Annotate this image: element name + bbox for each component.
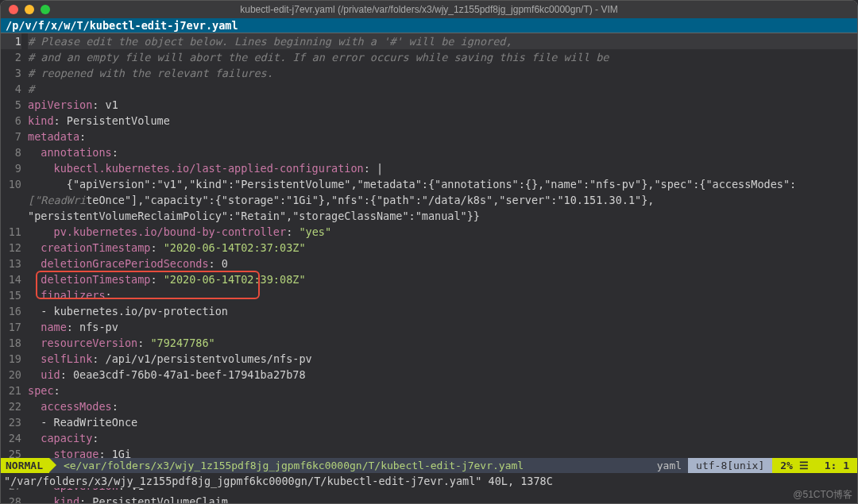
- status-encoding: utf-8[unix]: [688, 458, 772, 473]
- code-line[interactable]: resourceVersion: "79247786": [28, 335, 857, 351]
- code-line[interactable]: # Please edit the object below. Lines be…: [28, 33, 857, 49]
- code-line[interactable]: finalizers:: [28, 287, 857, 303]
- line-number: 24: [1, 430, 21, 446]
- line-number: 21: [1, 383, 21, 398]
- line-number: 9: [1, 160, 21, 176]
- line-number: 10: [1, 176, 21, 192]
- close-icon[interactable]: [9, 5, 18, 14]
- code-line[interactable]: pv.kubernetes.io/bound-by-controller: "y…: [28, 224, 857, 240]
- code-line[interactable]: kind: PersistentVolume: [28, 113, 857, 129]
- line-number: [1, 192, 21, 208]
- line-number: 12: [1, 240, 21, 256]
- code-line[interactable]: # reopened with the relevant failures.: [28, 65, 857, 81]
- line-number: 22: [1, 398, 21, 414]
- maximize-icon[interactable]: [41, 5, 50, 14]
- line-number: 15: [1, 287, 21, 303]
- code-line[interactable]: selfLink: /api/v1/persistentvolumes/nfs-…: [28, 351, 857, 367]
- code-line[interactable]: kubectl.kubernetes.io/last-applied-confi…: [28, 160, 857, 176]
- code-line[interactable]: deletionTimestamp: "2020-06-14T02:39:08Z…: [28, 271, 857, 287]
- line-number: [1, 208, 21, 224]
- code-line[interactable]: accessModes:: [28, 398, 857, 414]
- tab-bar: /p/v/f/x/w/T/kubectl-edit-j7evr.yaml: [1, 18, 857, 33]
- line-number: 18: [1, 335, 21, 351]
- code-line[interactable]: name: nfs-pv: [28, 319, 857, 335]
- line-number: 6: [1, 113, 21, 129]
- line-number: 14: [1, 271, 21, 287]
- code-line[interactable]: "persistentVolumeReclaimPolicy":"Retain"…: [28, 208, 857, 224]
- code-line[interactable]: metadata:: [28, 129, 857, 144]
- line-number: 4: [1, 81, 21, 97]
- status-position: 1: 1: [817, 458, 857, 473]
- line-number: 20: [1, 367, 21, 383]
- code-line[interactable]: # and an empty file will abort the edit.…: [28, 49, 857, 65]
- code-line[interactable]: uid: 0eae3cdf-76b0-47a1-beef-17941ba27b7…: [28, 367, 857, 383]
- status-file-path: <e/var/folders/x3/wjy_1z155pdf8jg_jgpmf6…: [49, 458, 651, 473]
- code-line[interactable]: - kubernetes.io/pv-protection: [28, 303, 857, 319]
- code-line[interactable]: deletionGracePeriodSeconds: 0: [28, 256, 857, 271]
- window-titlebar: kubectl-edit-j7evr.yaml (/private/var/fo…: [1, 1, 857, 18]
- traffic-lights: [9, 5, 50, 14]
- code-line[interactable]: kind: PersistentVolumeClaim: [28, 494, 857, 504]
- line-number: 7: [1, 129, 21, 144]
- vim-mode-indicator: NORMAL: [1, 458, 49, 473]
- editor-area[interactable]: 1234567891011121314151617181920212223242…: [1, 33, 857, 504]
- current-file-path: /p/v/f/x/w/T/kubectl-edit-j7evr.yaml: [6, 19, 238, 32]
- line-number: 23: [1, 414, 21, 430]
- code-line[interactable]: apiVersion: v1: [28, 97, 857, 113]
- code-line[interactable]: capacity:: [28, 430, 857, 446]
- code-line[interactable]: creationTimestamp: "2020-06-14T02:37:03Z…: [28, 240, 857, 256]
- status-line: NORMAL <e/var/folders/x3/wjy_1z155pdf8jg…: [1, 458, 857, 473]
- line-number: 5: [1, 97, 21, 113]
- line-number: 28: [1, 494, 21, 504]
- line-number: 16: [1, 303, 21, 319]
- line-number: 2: [1, 49, 21, 65]
- line-number: 1: [1, 33, 21, 49]
- code-line[interactable]: spec:: [28, 383, 857, 398]
- window-title: kubectl-edit-j7evr.yaml (/private/var/fo…: [7, 4, 851, 15]
- code-line[interactable]: ["ReadWriteOnce"],"capacity":{"storage":…: [28, 192, 857, 208]
- code-column[interactable]: # Please edit the object below. Lines be…: [28, 33, 857, 504]
- line-number: 11: [1, 224, 21, 240]
- line-number: 3: [1, 65, 21, 81]
- watermark: @51CTO博客: [793, 488, 852, 502]
- status-percent: 2% ☰: [772, 458, 816, 473]
- status-filetype: yaml: [651, 458, 688, 473]
- line-number: 19: [1, 351, 21, 367]
- line-number-gutter: 1234567891011121314151617181920212223242…: [1, 33, 28, 504]
- code-line[interactable]: {"apiVersion":"v1","kind":"PersistentVol…: [28, 176, 857, 192]
- minimize-icon[interactable]: [25, 5, 34, 14]
- command-line[interactable]: "/var/folders/x3/wjy_1z155pdf8jg_jgpmf6k…: [1, 473, 857, 488]
- line-number: 17: [1, 319, 21, 335]
- code-line[interactable]: - ReadWriteOnce: [28, 414, 857, 430]
- line-number: 8: [1, 144, 21, 160]
- code-line[interactable]: #: [28, 81, 857, 97]
- line-number: 13: [1, 256, 21, 271]
- code-line[interactable]: annotations:: [28, 144, 857, 160]
